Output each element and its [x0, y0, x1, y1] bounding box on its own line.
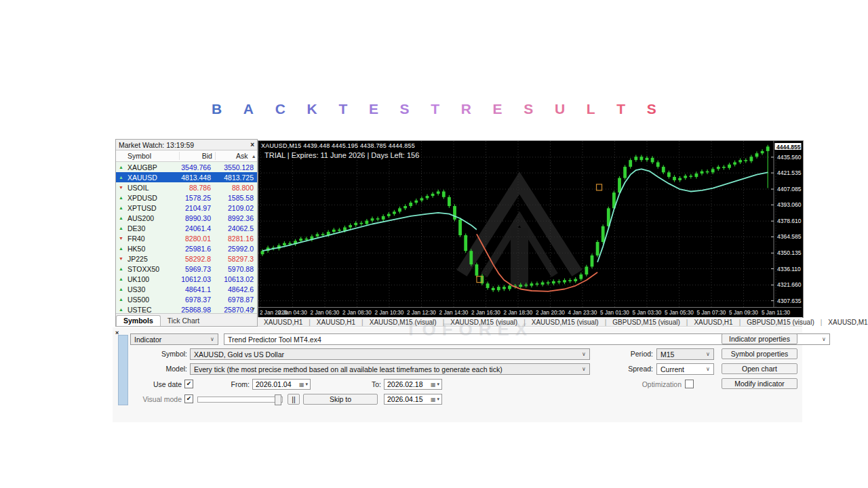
- spread-label: Spread:: [612, 365, 653, 373]
- svg-text:5 Jan 09:30: 5 Jan 09:30: [729, 310, 758, 316]
- svg-text:4321.660: 4321.660: [777, 281, 802, 288]
- svg-text:2 Jan 18:30: 2 Jan 18:30: [504, 310, 533, 316]
- chart-ohlc-header: XAUUSD,M15 4439.448 4445.195 4438.785 44…: [261, 142, 415, 149]
- pause-button[interactable]: ||: [288, 394, 300, 405]
- symbol-name: USOIL: [127, 184, 171, 192]
- bid-value: 3549.766: [171, 163, 214, 171]
- svg-text:5 Jan 03:30: 5 Jan 03:30: [633, 310, 662, 316]
- market-watch-row[interactable]: ▼FR408280.018281.16: [116, 233, 257, 243]
- title-letter: C: [275, 101, 285, 117]
- visual-mode-checkbox[interactable]: ✔: [184, 394, 193, 403]
- title-letter: S: [400, 101, 410, 117]
- modify-indicator-button[interactable]: Modify indicator: [722, 378, 797, 389]
- bid-value: 6978.37: [171, 296, 214, 304]
- calendar-icon: ▦: [431, 382, 437, 388]
- title-letter: S: [647, 101, 656, 117]
- chart-panel[interactable]: 4435.5604421.5354407.0854393.0604378.610…: [258, 140, 804, 318]
- skip-to-button[interactable]: Skip to: [303, 394, 378, 405]
- symbol-select[interactable]: XAUUSD, Gold vs US Dollar ∨: [190, 348, 590, 360]
- ask-value: 10613.02: [214, 275, 256, 283]
- tab-symbols[interactable]: Symbols: [116, 315, 161, 326]
- bid-value: 24061.4: [171, 224, 214, 232]
- use-date-checkbox[interactable]: ✔: [184, 380, 193, 388]
- ask-value: 6978.87: [214, 296, 256, 304]
- symbol-name: XPTUSD: [127, 204, 171, 212]
- title-letter: S: [524, 101, 533, 117]
- svg-text:5 Jan 07:30: 5 Jan 07:30: [697, 310, 726, 316]
- spread-select[interactable]: Current ∨: [656, 363, 714, 375]
- model-select[interactable]: Every tick (the most precise method base…: [190, 363, 590, 375]
- indicator-type-select[interactable]: Indicator ∨: [130, 333, 218, 345]
- down-arrow-icon: ▼: [116, 185, 127, 190]
- market-watch-row[interactable]: ▲DE3024061.424062.5: [116, 223, 257, 233]
- symbol-name: USTEC: [127, 306, 171, 314]
- up-arrow-icon: ▲: [116, 165, 127, 169]
- candlestick-chart: 4435.5604421.5354407.0854393.0604378.610…: [258, 141, 802, 316]
- chart-tab[interactable]: XAUUSD,M15 (visual): [526, 319, 605, 326]
- ask-value: 25992.0: [214, 245, 256, 253]
- symbol-name: FR40: [127, 235, 171, 243]
- market-watch-row[interactable]: ▲XPDUSD1578.251585.58: [116, 192, 257, 203]
- market-watch-row[interactable]: ▲UK10010612.0310613.02: [116, 274, 257, 284]
- time-axis[interactable]: 2 Jan 20262 Jan 04:302 Jan 06:302 Jan 08…: [260, 310, 791, 316]
- chevron-down-icon: ▾: [305, 382, 310, 387]
- market-watch-row[interactable]: ▲US3048641.148642.6: [116, 284, 257, 294]
- svg-text:2 Jan 14:30: 2 Jan 14:30: [439, 310, 469, 316]
- up-arrow-icon: ▲: [116, 287, 127, 291]
- chart-tab-bar: XAUUSD,H1|XAUUSD,H1|XAUUSD,M15 (visual)|…: [258, 317, 802, 327]
- market-watch-row[interactable]: ▲US5006978.376978.87: [116, 294, 257, 304]
- slider-handle[interactable]: [275, 394, 281, 405]
- open-chart-button[interactable]: Open chart: [722, 363, 797, 374]
- indicator-properties-button[interactable]: Indicator properties: [722, 333, 797, 344]
- market-watch-row[interactable]: ▲XAUGBP3549.7663550.128: [116, 162, 257, 172]
- symbol-name: US30: [127, 285, 171, 293]
- down-arrow-icon: ▼: [116, 256, 127, 261]
- symbol-properties-button[interactable]: Symbol properties: [722, 348, 797, 359]
- chart-tab[interactable]: XAUUSD,M15 (visual): [444, 319, 524, 326]
- svg-text:4407.085: 4407.085: [777, 186, 802, 192]
- svg-text:5 Jan 01:30: 5 Jan 01:30: [600, 310, 629, 316]
- chevron-down-icon: ∨: [578, 366, 589, 372]
- period-select[interactable]: M15 ∨: [656, 348, 714, 360]
- chart-tab[interactable]: GBPUSD,M15 (visual): [606, 319, 686, 326]
- scroll-up-icon[interactable]: ▲: [250, 154, 257, 159]
- market-watch-row[interactable]: ▲AUS2008990.308992.36: [116, 213, 257, 223]
- ask-value: 8992.36: [214, 214, 256, 222]
- chart-tab[interactable]: XAUUSD,M15 (visual): [363, 319, 443, 326]
- ask-value: 58297.3: [214, 255, 256, 263]
- chart-tab[interactable]: XAUUSD,M15 (visua: [822, 319, 868, 326]
- optimization-checkbox[interactable]: [685, 380, 694, 388]
- up-arrow-icon: ▲: [116, 266, 127, 271]
- scroll-down-icon[interactable]: ▼: [251, 306, 256, 311]
- use-date-label: Use date: [133, 380, 182, 388]
- chart-tab[interactable]: GBPUSD,M15 (visual): [741, 319, 820, 326]
- bid-value: 1578.25: [171, 194, 214, 202]
- bid-value: 58292.8: [171, 255, 214, 263]
- tab-tick-chart[interactable]: Tick Chart: [161, 316, 206, 326]
- from-date-field[interactable]: 2026.01.04 ▦ ▾: [252, 379, 311, 390]
- market-watch-row[interactable]: ▲XAUUSD4813.4484813.725: [116, 172, 257, 182]
- svg-text:4393.060: 4393.060: [777, 201, 802, 208]
- close-icon[interactable]: ×: [250, 141, 254, 148]
- market-watch-row[interactable]: ▼JP22558292.858297.3: [116, 253, 257, 264]
- ask-value: 1585.58: [214, 194, 256, 202]
- chart-tab[interactable]: XAUUSD,H1: [688, 319, 738, 326]
- chevron-down-icon: ∨: [818, 336, 829, 342]
- market-watch-row[interactable]: ▲STOXX505969.735970.88: [116, 264, 257, 274]
- market-watch-titlebar: Market Watch: 13:19:59 ×: [116, 140, 257, 150]
- chart-tab[interactable]: XAUUSD,H1: [258, 319, 309, 326]
- market-watch-row[interactable]: ▼USOIL88.78688.800: [116, 182, 257, 192]
- market-watch-header: Symbol Bid Ask ▲: [116, 150, 257, 162]
- bid-value: 10612.03: [171, 275, 214, 283]
- ask-value: 8281.16: [214, 235, 256, 243]
- visual-mode-slider[interactable]: [197, 396, 283, 403]
- up-arrow-icon: ▲: [116, 277, 127, 281]
- svg-text:4421.535: 4421.535: [777, 169, 802, 176]
- title-letter: U: [555, 101, 565, 117]
- market-watch-row[interactable]: ▲HK5025981.625992.0: [116, 243, 257, 253]
- market-watch-row[interactable]: ▲XPTUSD2104.972109.02: [116, 203, 257, 213]
- svg-text:4350.135: 4350.135: [777, 249, 802, 256]
- chart-tab[interactable]: XAUUSD,H1: [311, 319, 361, 326]
- skip-to-date-field[interactable]: 2026.04.15 ▦ ▾: [384, 394, 442, 405]
- to-date-field[interactable]: 2026.02.18 ▦ ▾: [384, 379, 442, 390]
